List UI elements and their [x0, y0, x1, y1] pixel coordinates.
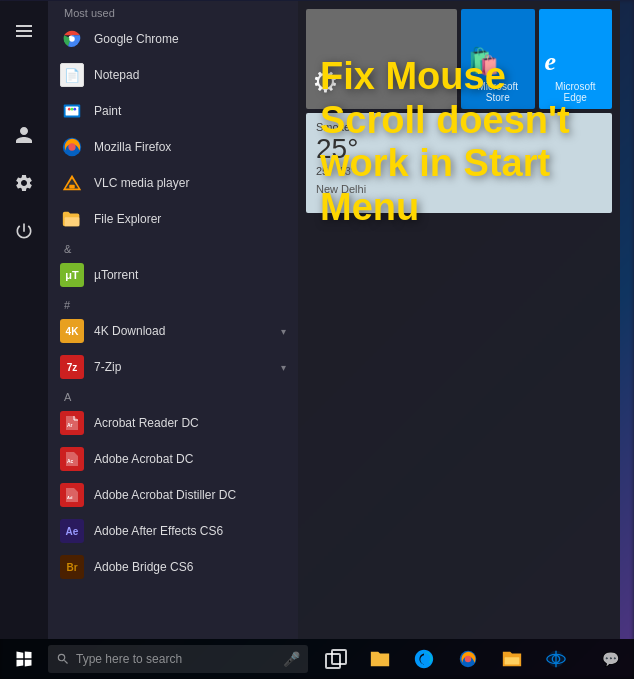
hamburger-menu-button[interactable] [0, 9, 48, 53]
list-item[interactable]: Mozilla Firefox [48, 129, 298, 165]
task-view-icon [325, 651, 347, 667]
weather-temp: 25° [316, 135, 366, 163]
adobe-acrobat-icon: Ac [60, 447, 84, 471]
ie-icon [545, 648, 567, 670]
bridge-icon: Br [60, 555, 84, 579]
app-name-paint: Paint [94, 104, 286, 118]
weather-city: New Delhi [316, 183, 366, 195]
list-item[interactable]: Ar Acrobat Reader DC [48, 405, 298, 441]
start-menu: Most used Google Chrome 📄 Notepad [0, 1, 620, 639]
file-explorer-icon [60, 207, 84, 231]
4kdownload-icon: 4K [60, 319, 84, 343]
firefox-icon [457, 648, 479, 670]
firefox-icon [60, 135, 84, 159]
weather-low: 13° [339, 165, 356, 177]
svg-point-5 [71, 108, 74, 111]
utorrent-icon: μT [60, 263, 84, 287]
search-input[interactable] [76, 652, 279, 666]
list-item[interactable]: 4K 4K Download ▾ [48, 313, 298, 349]
store-tile-icon: 🛍️ [467, 46, 499, 77]
list-item[interactable]: Ac Adobe Acrobat DC [48, 441, 298, 477]
app-name-adobe-acrobat: Adobe Acrobat DC [94, 452, 286, 466]
store-tile-label: Microsoft Store [467, 81, 529, 103]
list-item[interactable]: Ae Adobe After Effects CS6 [48, 513, 298, 549]
start-button[interactable] [0, 639, 48, 679]
list-item[interactable]: File Explorer [48, 201, 298, 237]
chrome-icon [60, 27, 84, 51]
weather-high: 25° [316, 165, 333, 177]
7zip-icon: 7z [60, 355, 84, 379]
list-item[interactable]: Google Chrome [48, 21, 298, 57]
user-icon [14, 125, 34, 145]
svg-point-1 [69, 36, 75, 42]
list-item[interactable]: 7z 7-Zip ▾ [48, 349, 298, 385]
app-name-adobe-distiller: Adobe Acrobat Distiller DC [94, 488, 286, 502]
list-item[interactable]: 📄 Notepad [48, 57, 298, 93]
folder-icon [369, 648, 391, 670]
folder-yellow-icon [501, 648, 523, 670]
svg-rect-18 [505, 657, 520, 664]
notification-icon[interactable]: 💬 [592, 639, 628, 679]
app-name-4kdownload: 4K Download [94, 324, 281, 338]
weather-tile[interactable]: Smoke 25° 25° 13° New Delhi [306, 113, 612, 213]
chevron-down-icon: ▾ [281, 326, 286, 337]
section-hash: # [48, 293, 298, 313]
after-effects-icon: Ae [60, 519, 84, 543]
most-used-label: Most used [48, 1, 298, 21]
user-account-button[interactable] [0, 113, 48, 157]
svg-text:Ac: Ac [67, 458, 74, 464]
taskbar-firefox-button[interactable] [448, 639, 488, 679]
app-name-firefox: Mozilla Firefox [94, 140, 286, 154]
app-name-chrome: Google Chrome [94, 32, 286, 46]
list-item[interactable]: Br Adobe Bridge CS6 [48, 549, 298, 585]
app-name-file-explorer: File Explorer [94, 212, 286, 226]
settings-tile[interactable]: ⚙ [306, 9, 457, 109]
taskbar-search-bar[interactable]: 🎤 [48, 645, 308, 673]
sidebar-icon-column [0, 1, 48, 639]
paint-icon [60, 99, 84, 123]
task-view-button[interactable] [316, 639, 356, 679]
section-a: A [48, 385, 298, 405]
hamburger-icon [12, 21, 36, 41]
svg-point-4 [68, 108, 71, 111]
notepad-icon: 📄 [60, 63, 84, 87]
svg-point-8 [68, 143, 75, 150]
svg-text:Ar: Ar [67, 422, 73, 428]
microphone-icon[interactable]: 🎤 [283, 651, 300, 667]
vlc-icon [60, 171, 84, 195]
weather-condition: Smoke [316, 121, 366, 133]
app-name-acrobat-reader: Acrobat Reader DC [94, 416, 286, 430]
taskbar-ie-button[interactable] [536, 639, 576, 679]
svg-rect-12 [65, 217, 80, 226]
tiles-panel: ⚙ 🛍️ Microsoft Store e Microsoft Edge Sm… [298, 1, 620, 639]
taskbar-app-icons [316, 639, 576, 679]
section-ampersand: & [48, 237, 298, 257]
list-item[interactable]: Ad Adobe Acrobat Distiller DC [48, 477, 298, 513]
edge-tile[interactable]: e Microsoft Edge [539, 9, 613, 109]
app-name-utorrent: µTorrent [94, 268, 286, 282]
chevron-down-icon-2: ▾ [281, 362, 286, 373]
edge-tile-icon: e [545, 47, 557, 77]
windows-logo-icon [15, 650, 33, 668]
list-item[interactable]: Paint [48, 93, 298, 129]
list-item[interactable]: VLC media player [48, 165, 298, 201]
taskbar: 🎤 [0, 639, 634, 679]
app-name-vlc: VLC media player [94, 176, 286, 190]
svg-point-17 [465, 656, 471, 662]
svg-rect-3 [66, 106, 79, 115]
taskbar-folder-button[interactable] [492, 639, 532, 679]
taskbar-right-area: 💬 [592, 639, 634, 679]
acrobat-reader-icon: Ar [60, 411, 84, 435]
taskbar-file-explorer-button[interactable] [360, 639, 400, 679]
app-list-panel[interactable]: Most used Google Chrome 📄 Notepad [48, 1, 298, 639]
taskbar-edge-button[interactable] [404, 639, 444, 679]
store-tile[interactable]: 🛍️ Microsoft Store [461, 9, 535, 109]
settings-button[interactable] [0, 161, 48, 205]
app-name-bridge: Adobe Bridge CS6 [94, 560, 286, 574]
list-item[interactable]: μT µTorrent [48, 257, 298, 293]
svg-point-6 [73, 108, 76, 111]
edge-tile-label: Microsoft Edge [545, 81, 607, 103]
power-icon [14, 221, 34, 241]
search-icon [56, 652, 70, 666]
power-button[interactable] [0, 209, 48, 253]
